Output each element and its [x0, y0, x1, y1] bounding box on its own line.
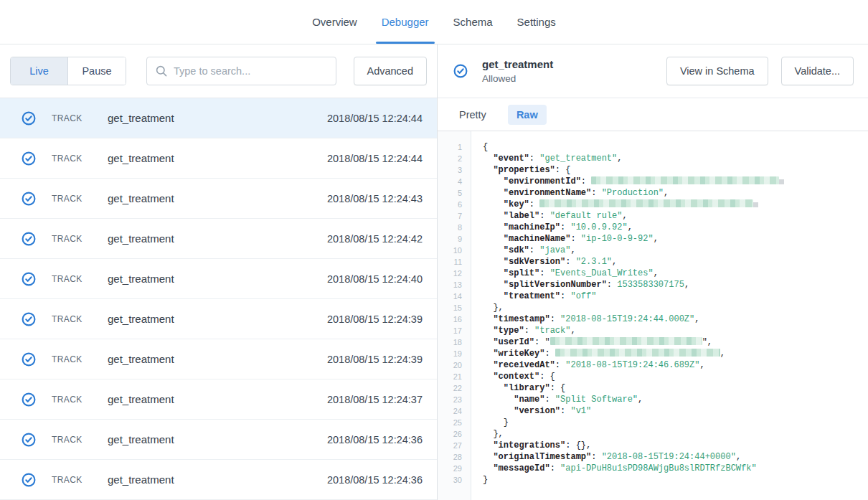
- redacted-value: [550, 337, 702, 345]
- line-number: 4: [438, 176, 462, 187]
- line-number: 8: [438, 222, 462, 233]
- line-number: 10: [438, 245, 462, 256]
- code-line: 30}: [438, 474, 868, 486]
- event-row[interactable]: TRACKget_treatment2018/08/15 12:24:37: [0, 379, 437, 420]
- line-content: "machineIp": "10.0.9.92",: [483, 222, 633, 233]
- event-row[interactable]: TRACKget_treatment2018/08/15 12:24:39: [0, 339, 437, 379]
- code-line: 12 "split": "Events_Dual_Writes",: [438, 268, 868, 279]
- validate-button[interactable]: Validate...: [781, 57, 854, 85]
- line-content: "environmentId":: [483, 176, 786, 187]
- line-content: "library": {: [483, 382, 565, 394]
- code-line: 27 "integrations": {},: [438, 440, 868, 451]
- event-timestamp: 2018/08/15 12:24:42: [327, 233, 423, 245]
- event-timestamp: 2018/08/15 12:24:44: [327, 113, 423, 124]
- event-name: get_treatment: [108, 393, 174, 405]
- nav-tab-schema[interactable]: Schema: [452, 0, 494, 44]
- tab-pretty[interactable]: Pretty: [450, 105, 495, 125]
- code-line: 2 "event": "get_treatment",: [438, 153, 868, 164]
- line-content: "properties": {: [483, 164, 570, 176]
- pause-button[interactable]: Pause: [68, 57, 126, 85]
- check-circle-icon: [22, 192, 36, 206]
- redacted-value: [591, 176, 779, 184]
- line-content: "userId": "",: [483, 336, 712, 348]
- line-content: "splitVersionNumber": 1533583307175,: [483, 279, 689, 291]
- line-content: "machineName": "ip-10-0-9-92",: [483, 233, 659, 245]
- event-name: get_treatment: [108, 152, 174, 164]
- line-content: {: [483, 141, 488, 153]
- line-content: "timestamp": "2018-08-15T19:24:44.000Z",: [483, 313, 699, 325]
- event-type-label: TRACK: [52, 435, 108, 445]
- event-list: TRACKget_treatment2018/08/15 12:24:44TRA…: [0, 98, 437, 500]
- nav-tab-debugger[interactable]: Debugger: [380, 0, 430, 44]
- code-line: 8 "machineIp": "10.0.9.92",: [438, 222, 868, 233]
- event-name: get_treatment: [108, 273, 174, 285]
- event-row[interactable]: TRACKget_treatment2018/08/15 12:24:42: [0, 219, 437, 259]
- event-type-label: TRACK: [52, 274, 108, 284]
- code-line: 10 "sdk": "java",: [438, 245, 868, 256]
- code-line: 13 "splitVersionNumber": 1533583307175,: [438, 279, 868, 291]
- line-number: 29: [438, 463, 462, 474]
- check-circle-icon: [22, 433, 36, 447]
- line-number: 22: [438, 382, 462, 394]
- line-number: 27: [438, 440, 462, 451]
- event-row[interactable]: TRACKget_treatment2018/08/15 12:24:44: [0, 138, 437, 179]
- code-line: 6 "key":: [438, 199, 868, 210]
- nav-tab-overview[interactable]: Overview: [311, 0, 359, 44]
- list-controls: Live Pause Advanced: [0, 44, 437, 98]
- code-line: 26 },: [438, 428, 868, 440]
- nav-tab-settings[interactable]: Settings: [516, 0, 557, 44]
- line-number: 9: [438, 233, 462, 245]
- line-number: 15: [438, 302, 462, 313]
- event-timestamp: 2018/08/15 12:24:37: [327, 394, 423, 405]
- live-button[interactable]: Live: [11, 57, 68, 85]
- event-timestamp: 2018/08/15 12:24:43: [327, 193, 423, 204]
- event-timestamp: 2018/08/15 12:24:39: [327, 313, 423, 325]
- line-number: 28: [438, 451, 462, 463]
- line-number: 23: [438, 394, 462, 405]
- event-row[interactable]: TRACKget_treatment2018/08/15 12:24:36: [0, 420, 437, 460]
- event-title: get_treatment: [482, 58, 553, 70]
- advanced-button[interactable]: Advanced: [354, 57, 428, 85]
- event-row[interactable]: TRACKget_treatment2018/08/15 12:24:39: [0, 299, 437, 339]
- line-content: "version": "v1": [483, 405, 591, 417]
- check-circle-icon: [22, 312, 36, 326]
- line-number: 20: [438, 359, 462, 371]
- redacted-value: [555, 349, 720, 357]
- check-circle-icon: [22, 473, 36, 487]
- event-type-label: TRACK: [52, 314, 108, 324]
- event-name: get_treatment: [108, 433, 174, 445]
- event-type-label: TRACK: [52, 395, 108, 405]
- redacted-value: [539, 199, 753, 207]
- event-timestamp: 2018/08/15 12:24:36: [327, 434, 423, 445]
- event-row[interactable]: TRACKget_treatment2018/08/15 12:24:44: [0, 98, 437, 138]
- line-content: }: [483, 417, 509, 428]
- line-number: 7: [438, 210, 462, 222]
- view-in-schema-button[interactable]: View in Schema: [666, 57, 768, 85]
- search-input[interactable]: [174, 65, 327, 77]
- event-type-label: TRACK: [52, 113, 108, 123]
- event-row[interactable]: TRACKget_treatment2018/08/15 12:24:40: [0, 259, 437, 299]
- event-name: get_treatment: [108, 473, 174, 486]
- code-line: 20 "receivedAt": "2018-08-15T19:24:46.68…: [438, 359, 868, 371]
- line-number: 14: [438, 291, 462, 302]
- line-number: 18: [438, 336, 462, 348]
- event-detail-panel: get_treatment Allowed View in Schema Val…: [438, 44, 868, 500]
- debugger-app: OverviewDebuggerSchemaSettings Live Paus…: [0, 0, 868, 500]
- tab-raw[interactable]: Raw: [508, 105, 547, 125]
- line-content: },: [483, 302, 504, 313]
- event-timestamp: 2018/08/15 12:24:39: [327, 354, 423, 365]
- event-row[interactable]: TRACKget_treatment2018/08/15 12:24:43: [0, 179, 437, 219]
- event-row[interactable]: TRACKget_treatment2018/08/15 12:24:36: [0, 460, 437, 500]
- event-type-label: TRACK: [52, 234, 108, 244]
- code-line: 19 "writeKey": ,: [438, 348, 868, 359]
- event-type-label: TRACK: [52, 475, 108, 485]
- code-line: 15 },: [438, 302, 868, 313]
- search-box[interactable]: [146, 57, 336, 85]
- line-content: "label": "default rule",: [483, 210, 628, 222]
- event-type-label: TRACK: [52, 154, 108, 164]
- line-number: 3: [438, 164, 462, 176]
- code-line: 3 "properties": {: [438, 164, 868, 176]
- event-name: get_treatment: [108, 112, 174, 124]
- code-line: 11 "sdkVersion": "2.3.1",: [438, 256, 868, 268]
- event-timestamp: 2018/08/15 12:24:40: [327, 273, 423, 285]
